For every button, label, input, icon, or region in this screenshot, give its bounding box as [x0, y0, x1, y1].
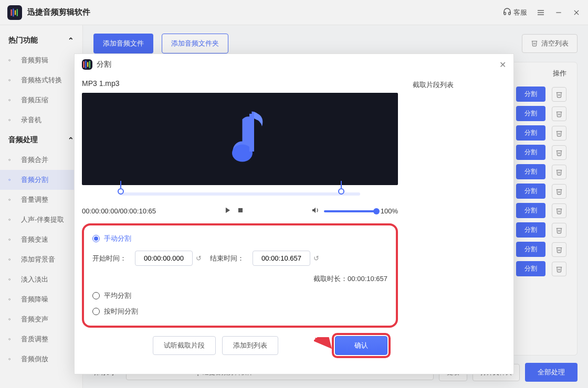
range-handle-end[interactable]: [338, 188, 344, 195]
app-title: 迅捷音频剪辑软件: [27, 7, 90, 17]
stop-button[interactable]: [237, 207, 244, 215]
sidebar-item-label: 音频倒放: [21, 354, 48, 364]
svg-rect-10: [83, 61, 85, 68]
sidebar-item[interactable]: ◦音频剪辑: [0, 50, 82, 70]
sidebar-item[interactable]: ◦音质调整: [0, 329, 82, 349]
row-delete-button[interactable]: [552, 223, 566, 238]
row-delete-button[interactable]: [552, 184, 566, 199]
start-time-input[interactable]: [135, 251, 193, 266]
menu-button[interactable]: [537, 8, 545, 17]
row-split-button[interactable]: 分割: [516, 203, 545, 218]
app-logo-icon: [7, 5, 22, 20]
play-button[interactable]: [224, 207, 232, 215]
row-delete-button[interactable]: [552, 203, 566, 218]
sidebar-item[interactable]: ◦音频降噪: [0, 289, 82, 309]
svg-rect-12: [87, 62, 88, 67]
sidebar-item[interactable]: ◦录音机: [0, 110, 82, 130]
end-time-input[interactable]: [253, 251, 310, 266]
clear-list-button[interactable]: 清空列表: [522, 34, 578, 53]
sidebar-group-popular[interactable]: 热门功能 ⌃: [0, 30, 82, 50]
volume-icon[interactable]: [311, 206, 320, 216]
clear-label: 清空列表: [541, 39, 569, 48]
sidebar-item[interactable]: ◦音频格式转换: [0, 70, 82, 90]
start-time-label: 开始时间：: [92, 254, 127, 263]
sidebar-item[interactable]: ◦音频压缩: [0, 90, 82, 110]
split-mode-panel: 手动分割 开始时间： ↺ 结束时间： ↺ 截取时长：00:00:10:657: [82, 223, 398, 328]
row-split-button[interactable]: 分割: [516, 164, 545, 179]
add-folder-button[interactable]: 添加音频文件夹: [162, 34, 228, 53]
support-button[interactable]: 客服: [503, 7, 527, 17]
dialog-close-button[interactable]: ✕: [499, 60, 506, 70]
row-split-button[interactable]: 分割: [516, 184, 545, 199]
svg-rect-17: [238, 208, 243, 212]
feature-icon: ◦: [8, 196, 17, 204]
row-delete-button[interactable]: [552, 106, 566, 121]
split-dialog: 分割 ✕ MP3 1.mp3 00:00:00:00/00:00:10:65: [74, 53, 514, 374]
sidebar-item-label: 音频合并: [21, 155, 48, 165]
sidebar-item-label: 添加背景音: [21, 255, 55, 264]
range-handle-start[interactable]: [118, 188, 124, 195]
sidebar-item-label: 音频变声: [21, 315, 48, 324]
feature-icon: ◦: [8, 335, 17, 343]
end-time-label: 结束时间：: [210, 254, 244, 263]
sidebar-group-label: 热门功能: [8, 36, 38, 45]
annotation-arrow-icon: [314, 337, 333, 353]
row-delete-button[interactable]: [552, 262, 566, 276]
sidebar-item[interactable]: ◦音频合并: [0, 150, 82, 170]
row-split-button[interactable]: 分割: [516, 87, 545, 102]
reset-end-icon[interactable]: ↺: [313, 254, 319, 262]
row-split-button[interactable]: 分割: [516, 242, 545, 257]
radio-time-split[interactable]: 按时间分割: [92, 304, 387, 319]
sidebar-item[interactable]: ◦淡入淡出: [0, 270, 82, 289]
sidebar-item[interactable]: ◦音量调整: [0, 190, 82, 210]
add-file-button[interactable]: 添加音频文件: [93, 34, 153, 53]
radio-label: 手动分割: [104, 234, 131, 243]
sidebar-item[interactable]: ◦音频变速: [0, 230, 82, 250]
svg-rect-13: [89, 61, 90, 68]
sidebar-item[interactable]: ◦音频变声: [0, 309, 82, 329]
timeline-track[interactable]: [82, 185, 398, 202]
music-note-icon: [216, 107, 264, 170]
sidebar-item[interactable]: ◦音频倒放: [0, 349, 82, 369]
volume-slider[interactable]: [324, 210, 376, 212]
svg-rect-11: [85, 61, 86, 69]
svg-marker-16: [226, 208, 230, 213]
row-delete-button[interactable]: [552, 87, 566, 102]
radio-average-split[interactable]: 平均分割: [92, 288, 387, 304]
row-delete-button[interactable]: [552, 242, 566, 257]
sidebar-item[interactable]: ◦音频分割: [0, 170, 82, 190]
col-operate: 操作: [553, 69, 566, 78]
svg-rect-15: [249, 114, 254, 152]
reset-start-icon[interactable]: ↺: [196, 254, 202, 262]
titlebar: 迅捷音频剪辑软件 客服: [0, 0, 588, 25]
row-split-button[interactable]: 分割: [516, 261, 545, 276]
feature-icon: ◦: [8, 235, 17, 244]
sidebar-item-label: 音频格式转换: [21, 76, 62, 85]
row-delete-button[interactable]: [552, 165, 566, 179]
current-filename: MP3 1.mp3: [82, 75, 398, 93]
add-to-list-button[interactable]: 添加到列表: [222, 336, 278, 355]
sidebar-group-processing[interactable]: 音频处理 ⌃: [0, 130, 82, 150]
feature-icon: ◦: [8, 275, 17, 284]
sidebar-item-label: 音频剪辑: [21, 56, 48, 65]
confirm-button[interactable]: 确认: [335, 336, 387, 355]
row-delete-button[interactable]: [552, 145, 566, 160]
row-split-button[interactable]: 分割: [516, 106, 545, 121]
row-split-button[interactable]: 分割: [516, 222, 545, 238]
row-delete-button[interactable]: [552, 126, 566, 141]
process-all-button[interactable]: 全部处理: [525, 363, 578, 382]
row-split-button[interactable]: 分割: [516, 125, 545, 141]
waveform-visual: [82, 93, 398, 185]
preview-segment-button[interactable]: 试听截取片段: [153, 336, 216, 355]
minimize-button[interactable]: [554, 8, 563, 17]
close-button[interactable]: [572, 8, 581, 17]
sidebar-item-label: 音频变速: [21, 235, 48, 244]
duration-value: 00:00:10:657: [348, 275, 387, 283]
svg-rect-1: [13, 8, 14, 16]
sidebar-item[interactable]: ◦人声-伴奏提取: [0, 210, 82, 230]
row-split-button[interactable]: 分割: [516, 145, 545, 160]
sidebar-item[interactable]: ◦添加背景音: [0, 250, 82, 270]
radio-manual-split[interactable]: 手动分割: [92, 231, 387, 246]
segment-list-title: 截取片段列表: [413, 80, 506, 90]
headset-icon: [503, 7, 511, 17]
